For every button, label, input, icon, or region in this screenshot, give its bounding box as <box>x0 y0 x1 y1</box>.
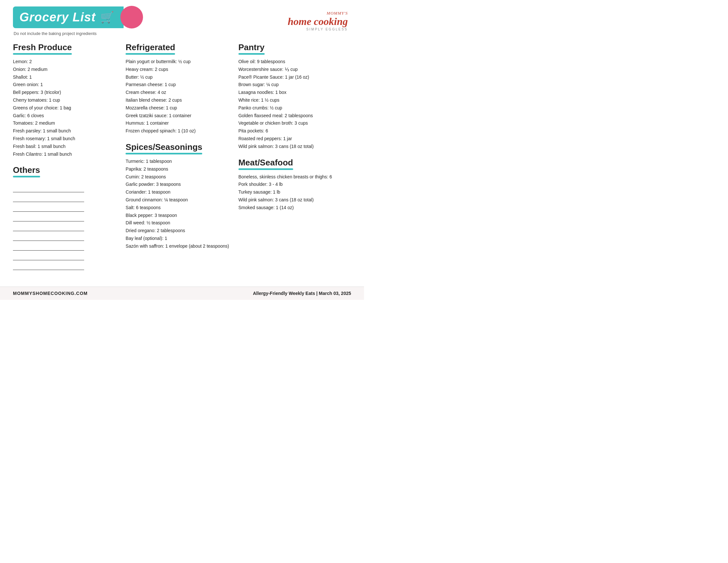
list-item: Dried oregano: 2 tablespoons <box>126 227 232 235</box>
list-item: Bell peppers: 3 (tricolor) <box>13 89 119 96</box>
write-line <box>13 184 84 192</box>
brand-simply: SIMPLY EGGLESS <box>288 28 348 31</box>
list-item: Pork shoulder: 3 - 4 lb <box>238 181 351 188</box>
column-2: RefrigeratedPlain yogurt or buttermilk: … <box>126 39 238 280</box>
list-item: Pace® Picante Sauce: 1 jar (16 oz) <box>238 73 351 81</box>
list-item: Ground cinnamon: ¼ teaspoon <box>126 196 232 204</box>
list-item: Mozzarella cheese: 1 cup <box>126 104 232 112</box>
list-item: Shallot: 1 <box>13 73 119 81</box>
section-col2-1: Spices/SeasoningsTurmeric: 1 tablespoonP… <box>126 142 232 250</box>
list-item: Onion: 2 medium <box>13 66 119 73</box>
list-item: Greek tzatziki sauce: 1 container <box>126 112 232 120</box>
section-col3-0: PantryOlive oil: 9 tablespoonsWorcesters… <box>238 42 351 150</box>
list-item: Cherry tomatoes: 1 cup <box>13 96 119 104</box>
list-item: Lasagna noodles: 1 box <box>238 89 351 96</box>
section-heading-col2-1: Spices/Seasonings <box>126 142 202 154</box>
brand-logo: MOMMY'S home cooking SIMPLY EGGLESS <box>288 11 351 31</box>
list-item: Heavy cream: 2 cups <box>126 66 232 73</box>
brand-home-cooking: home cooking <box>288 16 348 27</box>
list-item: Golden flaxseed meal: 2 tablespoons <box>238 112 351 120</box>
write-line <box>13 232 84 241</box>
item-list-col3-1: Boneless, skinless chicken breasts or th… <box>238 173 351 212</box>
list-item: Cumin: 2 teaspoons <box>126 173 232 181</box>
item-list-col2-1: Turmeric: 1 tablespoonPaprika: 2 teaspoo… <box>126 158 232 250</box>
list-item: Worcestershire sauce: ⅓ cup <box>238 66 351 73</box>
list-item: Turkey sausage: 1 lb <box>238 188 351 196</box>
list-item: Smoked sausage: 1 (14 oz) <box>238 204 351 212</box>
write-line <box>13 193 84 202</box>
list-item: Garlic powder: 3 teaspoons <box>126 181 232 188</box>
banner-pink-accent <box>120 6 143 28</box>
column-1: Fresh ProduceLemon: 2Onion: 2 mediumShal… <box>13 39 126 280</box>
section-heading-col2-0: Refrigerated <box>126 42 175 55</box>
list-item: Fresh parsley: 1 small bunch <box>13 127 119 135</box>
list-item: Boneless, skinless chicken breasts or th… <box>238 173 351 181</box>
list-item: Cream cheese: 4 oz <box>126 89 232 96</box>
list-item: Turmeric: 1 tablespoon <box>126 158 232 165</box>
footer-website: MOMMYSHOMECOOKING.COM <box>13 291 88 296</box>
write-line <box>13 203 84 212</box>
brand-mommy: MOMMY'S <box>288 11 348 16</box>
footer-date: Allergy-Friendly Weekly Eats | March 03,… <box>253 291 351 296</box>
list-item: Italian blend cheese: 2 cups <box>126 96 232 104</box>
list-item: Vegetable or chicken broth: 3 cups <box>238 119 351 127</box>
others-lines <box>13 184 119 270</box>
list-item: Lemon: 2 <box>13 58 119 66</box>
write-line <box>13 242 84 250</box>
list-item: Panko crumbs: ½ cup <box>238 104 351 112</box>
write-line <box>13 213 84 221</box>
write-line <box>13 252 84 260</box>
item-list-col1-0: Lemon: 2Onion: 2 mediumShallot: 1Green o… <box>13 58 119 158</box>
list-item: Pita pockets: 6 <box>238 127 351 135</box>
list-item: Hummus: 1 container <box>126 119 232 127</box>
list-item: Paprika: 2 teaspoons <box>126 165 232 173</box>
section-heading-col1-0: Fresh Produce <box>13 42 72 55</box>
list-item: Wild pink salmon: 3 cans (18 oz total) <box>238 196 351 204</box>
column-3: PantryOlive oil: 9 tablespoonsWorcesters… <box>238 39 351 280</box>
section-col1-0: Fresh ProduceLemon: 2Onion: 2 mediumShal… <box>13 42 119 158</box>
section-heading-col3-0: Pantry <box>238 42 265 55</box>
main-content: Fresh ProduceLemon: 2Onion: 2 mediumShal… <box>0 36 364 280</box>
list-item: Sazón with saffron: 1 envelope (about 2 … <box>126 242 232 250</box>
list-item: Butter: ½ cup <box>126 73 232 81</box>
list-item: Olive oil: 9 tablespoons <box>238 58 351 66</box>
list-item: Dill weed: ½ teaspoon <box>126 219 232 227</box>
list-item: White rice: 1 ½ cups <box>238 96 351 104</box>
list-item: Brown sugar: ¼ cup <box>238 81 351 89</box>
banner-teal: Grocery List 🛒 <box>13 6 124 28</box>
section-col2-0: RefrigeratedPlain yogurt or buttermilk: … <box>126 42 232 135</box>
header: Grocery List 🛒 Do not include the baking… <box>0 0 364 36</box>
header-left: Grocery List 🛒 Do not include the baking… <box>13 6 143 36</box>
list-item: Plain yogurt or buttermilk: ½ cup <box>126 58 232 66</box>
list-item: Fresh Cilantro: 1 small bunch <box>13 150 119 158</box>
subtitle: Do not include the baking project ingred… <box>14 31 143 36</box>
list-item: Tomatoes: 2 medium <box>13 119 119 127</box>
section-col3-1: Meat/SeafoodBoneless, skinless chicken b… <box>238 158 351 212</box>
write-line <box>13 223 84 231</box>
page-title: Grocery List <box>19 10 96 24</box>
section-heading-col3-1: Meat/Seafood <box>238 158 293 170</box>
section-heading-col1-1: Others <box>13 165 40 177</box>
list-item: Black pepper: 3 teaspoon <box>126 212 232 219</box>
list-item: Roasted red peppers: 1 jar <box>238 135 351 143</box>
title-banner: Grocery List 🛒 <box>13 6 143 28</box>
item-list-col2-0: Plain yogurt or buttermilk: ½ cupHeavy c… <box>126 58 232 135</box>
list-item: Garlic: 6 cloves <box>13 112 119 120</box>
list-item: Wild pink salmon: 3 cans (18 oz total) <box>238 143 351 150</box>
page: Grocery List 🛒 Do not include the baking… <box>0 0 364 300</box>
list-item: Fresh rosemary: 1 small bunch <box>13 135 119 143</box>
list-item: Bay leaf (optional): 1 <box>126 235 232 242</box>
footer: MOMMYSHOMECOOKING.COM Allergy-Friendly W… <box>0 287 364 300</box>
cart-icon: 🛒 <box>100 11 114 24</box>
list-item: Frozen chopped spinach: 1 (10 oz) <box>126 127 232 135</box>
list-item: Coriander: 1 teaspoon <box>126 188 232 196</box>
list-item: Fresh basil: 1 small bunch <box>13 143 119 150</box>
list-item: Greens of your choice: 1 bag <box>13 104 119 112</box>
item-list-col3-0: Olive oil: 9 tablespoonsWorcestershire s… <box>238 58 351 150</box>
list-item: Salt: 6 teaspoons <box>126 204 232 212</box>
list-item: Parmesan cheese: 1 cup <box>126 81 232 89</box>
list-item: Green onion: 1 <box>13 81 119 89</box>
section-col1-1: Others <box>13 165 119 270</box>
write-line <box>13 261 84 270</box>
